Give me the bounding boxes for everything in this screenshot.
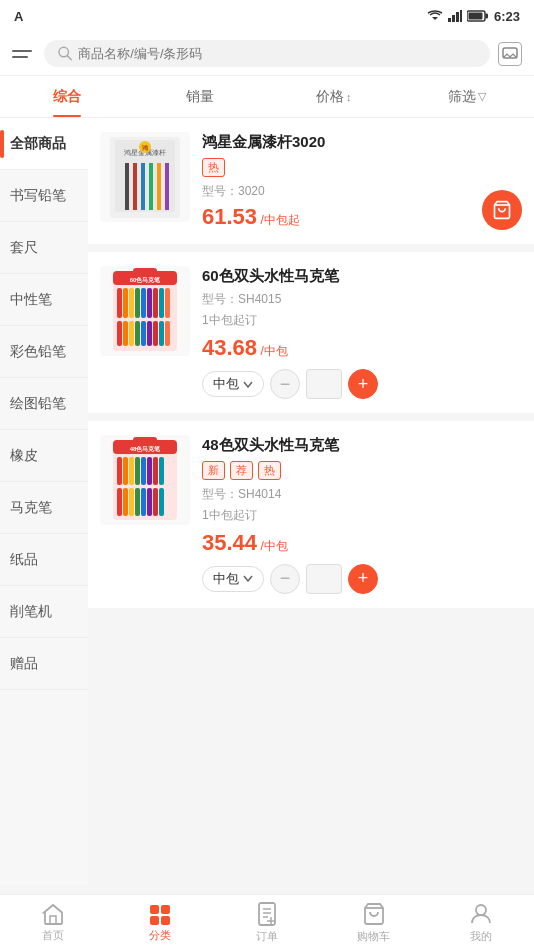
svg-line-9 [68,56,72,60]
menu-icon[interactable] [12,42,36,66]
search-input-wrap[interactable] [44,40,490,67]
svg-rect-7 [468,13,482,20]
svg-rect-27 [123,288,128,318]
svg-rect-57 [123,488,128,516]
qty-minus-btn-3[interactable]: − [270,564,300,594]
svg-rect-54 [153,457,158,485]
qty-plus-btn-3[interactable]: + [348,564,378,594]
unit-select-2[interactable]: 中包 [202,371,264,397]
tab-jiage[interactable]: 价格 ↕ [267,76,401,117]
time-label: 6:23 [494,9,520,24]
tab-xiaoliang[interactable]: 销量 [134,76,268,117]
price-unit-1: /中包起 [260,213,299,227]
nav-order[interactable]: 订单 [214,895,321,950]
product-model-1: 型号：3020 [202,183,522,200]
sidebar-item-paper[interactable]: 纸品 [0,534,88,586]
svg-rect-37 [129,321,134,346]
sidebar-item-drawing[interactable]: 绘图铅笔 [0,378,88,430]
svg-rect-1 [448,18,451,22]
svg-rect-66 [150,905,159,914]
product-image-3[interactable]: 48色马克笔 [100,435,190,525]
price-sort-icon: ↕ [346,91,352,103]
svg-rect-34 [165,288,170,318]
product-card-3: 48色马克笔 [88,421,534,608]
bottom-nav: 首页 分类 订单 购物车 我的 [0,894,534,950]
price-num-2: 43.68 [202,335,257,360]
tag-hot-3: 热 [258,461,281,480]
home-icon [41,903,65,925]
svg-rect-67 [161,905,170,914]
product-tags-1: 热 [202,158,522,177]
product-model-3: 型号：SH4014 [202,486,522,503]
product-info-3: 48色双头水性马克笔 新 荐 热 型号：SH4014 1中包起订 35.44 /… [202,435,522,594]
svg-rect-64 [133,437,157,443]
sidebar-item-eraser[interactable]: 橡皮 [0,430,88,482]
nav-category[interactable]: 分类 [107,895,214,950]
status-right: 6:23 [427,9,520,24]
nav-cart-label: 购物车 [357,929,390,944]
message-svg [502,47,518,61]
nav-cart[interactable]: 购物车 [320,895,427,950]
price-unit-3: /中包 [260,539,287,553]
sort-tabs: 综合 销量 价格 ↕ 筛选 ▽ [0,76,534,118]
product-price-2: 43.68 /中包 [202,335,522,361]
svg-text:鸿: 鸿 [142,144,148,151]
sidebar-item-gel[interactable]: 中性笔 [0,274,88,326]
svg-rect-59 [135,488,140,516]
svg-point-77 [476,905,486,915]
tab-zonghe[interactable]: 综合 [0,76,134,117]
search-input[interactable] [78,46,476,61]
svg-rect-38 [135,321,140,346]
qty-plus-btn-2[interactable]: + [348,369,378,399]
svg-rect-33 [159,288,164,318]
product-moq-3: 1中包起订 [202,507,522,524]
sidebar-item-marker[interactable]: 马克笔 [0,482,88,534]
status-bar: A 6:23 [0,0,534,32]
sidebar-item-colored[interactable]: 彩色铅笔 [0,326,88,378]
svg-rect-6 [485,14,488,19]
product-moq-2: 1中包起订 [202,312,522,329]
svg-rect-65 [50,916,56,924]
svg-rect-30 [141,288,146,318]
svg-marker-0 [432,17,438,20]
search-bar [0,32,534,76]
product-card-2: 60色马克笔 [88,252,534,414]
qty-input-3[interactable] [306,564,342,594]
cart-icon-1 [492,200,512,220]
svg-rect-4 [460,10,462,22]
svg-rect-48 [117,457,122,485]
svg-rect-39 [141,321,146,346]
svg-rect-63 [159,488,164,516]
price-num-3: 35.44 [202,530,257,555]
order-icon [256,902,278,926]
sidebar-item-all[interactable]: 全部商品 [0,118,88,170]
filter-icon: ▽ [478,90,486,103]
chevron-down-icon-3 [243,575,253,582]
sidebar-item-ruler[interactable]: 套尺 [0,222,88,274]
sidebar-item-writing[interactable]: 书写铅笔 [0,170,88,222]
svg-rect-55 [159,457,164,485]
svg-rect-61 [147,488,152,516]
nav-home[interactable]: 首页 [0,895,107,950]
product-image-2[interactable]: 60色马克笔 [100,266,190,356]
nav-category-label: 分类 [149,928,171,943]
qty-minus-btn-2[interactable]: − [270,369,300,399]
sidebar: 全部商品 书写铅笔 套尺 中性笔 彩色铅笔 绘图铅笔 橡皮 马克笔 纸品 削笔机 [0,118,88,886]
product-price-3: 35.44 /中包 [202,530,522,556]
sidebar-item-sharpener[interactable]: 削笔机 [0,586,88,638]
tab-shaixuan[interactable]: 筛选 ▽ [401,76,535,117]
price-num-1: 61.53 [202,204,257,229]
sidebar-item-gift[interactable]: 赠品 [0,638,88,690]
product-image-1[interactable]: 鸿星金属漆杆 鸿 [100,132,190,222]
svg-rect-58 [129,488,134,516]
user-icon [469,902,493,926]
message-icon[interactable] [498,42,522,66]
nav-mine[interactable]: 我的 [427,895,534,950]
svg-rect-49 [123,457,128,485]
category-icon [148,903,172,925]
unit-select-3[interactable]: 中包 [202,566,264,592]
product-card-1: 鸿星金属漆杆 鸿 鸿星金属漆杆3020 热 型号 [88,118,534,244]
add-to-cart-btn-1[interactable] [482,190,522,230]
svg-rect-62 [153,488,158,516]
qty-input-2[interactable] [306,369,342,399]
